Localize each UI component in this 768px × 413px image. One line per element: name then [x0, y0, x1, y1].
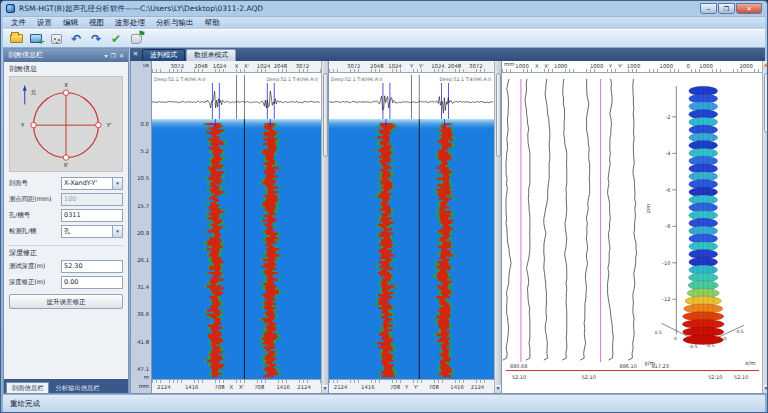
sidebar-header: 剖面信息栏 ▾ ❐ ✕	[4, 49, 128, 62]
radius-tick-label: 708	[254, 385, 264, 390]
app-icon	[6, 4, 15, 13]
panel-close-icon[interactable]: ✕	[119, 53, 124, 59]
open-file-button[interactable]	[7, 31, 25, 47]
field-label: 测试深度(m)	[9, 263, 61, 269]
compass-top-label: X	[64, 82, 68, 88]
menu-item[interactable]: 视图	[84, 18, 109, 28]
undo-button[interactable]: ↶	[67, 31, 85, 47]
scroll-down-button[interactable]: ▼	[322, 385, 328, 393]
wave-info-right: Deep:52.1 T:4096 A:0	[266, 77, 318, 82]
section-compass-diagram: 北 X X' Y Y'	[9, 76, 123, 172]
statusbar: 重绘完成	[3, 394, 765, 412]
analysis-tick-label: 0	[686, 64, 689, 69]
sampling-settings-button[interactable]	[47, 31, 65, 47]
analysis-tick-label: 1000	[515, 64, 528, 69]
time-tick-label: X	[235, 64, 239, 69]
scrollbar-thumb[interactable]	[496, 73, 501, 157]
radius-tick-label: 708	[390, 385, 400, 390]
field-value: 52.30	[64, 263, 83, 270]
form-row: 检测孔/槽孔▾	[9, 225, 123, 238]
menu-item[interactable]: 文件	[6, 18, 31, 28]
menu-item[interactable]: 分析与输出	[151, 18, 199, 28]
field-input: 100	[61, 193, 123, 206]
wave-info-left: Deep:52.1 T:4096 A:0	[331, 77, 383, 82]
depth-tick-label: 0.0	[141, 122, 149, 127]
close-button[interactable]: ✕	[736, 3, 762, 14]
field-select[interactable]: 孔▾	[61, 225, 123, 238]
panel-top-axis: 307220481024XX'102420483072	[152, 61, 321, 73]
vertical-scrollbar[interactable]: ▼	[494, 61, 501, 393]
time-tick-label: X'	[244, 64, 249, 69]
analysis-body: 880.68886.10917.2352.1052.1052.1052.10-2…	[502, 73, 762, 393]
depth-tick-label: 41.8	[137, 340, 149, 345]
waterfall-svg	[152, 119, 321, 379]
sidebar-tab-active[interactable]: 剖面信息栏	[6, 382, 49, 393]
time-tick-label: 1024	[388, 64, 401, 69]
mark-flag-button-icon	[131, 34, 142, 44]
redo-button[interactable]: ↷	[87, 31, 105, 47]
scroll-down-button[interactable]: ▼	[495, 385, 501, 393]
radius-tick-label: 1416	[185, 385, 198, 390]
field-value: 孔	[64, 228, 71, 235]
analysis-tick-label: 1000	[627, 64, 640, 69]
chevron-down-icon[interactable]: ▾	[112, 226, 122, 237]
vertical-scrollbar[interactable]: ▼	[321, 61, 328, 393]
field-value: 0311	[64, 212, 81, 219]
chevron-down-icon[interactable]: ▾	[112, 178, 122, 189]
mark-flag-button[interactable]	[127, 31, 145, 47]
menu-item[interactable]: 波形处理	[110, 18, 150, 28]
panel-menu-icon[interactable]: ▾	[105, 53, 108, 59]
section-info-sidebar: 剖面信息栏 ▾ ❐ ✕ 剖面信息 北	[3, 48, 129, 394]
wave-info-left: Deep:52.1 T:4096 A:0	[154, 77, 206, 82]
radius-tick-label: 1416	[361, 385, 374, 390]
radius-tick-label: 708	[429, 385, 439, 390]
menu-item[interactable]: 设置	[32, 18, 57, 28]
analysis-tick-label: X'	[544, 64, 549, 69]
scrollbar-thumb[interactable]	[323, 73, 328, 157]
depth-tick-label: 10.5	[137, 176, 149, 181]
depth-tick-label: 31.4	[137, 285, 149, 290]
z-tick-label: -12	[662, 296, 670, 302]
scrollbar-thumb[interactable]	[764, 73, 768, 133]
vertical-scrollbar[interactable]: ▲▼	[762, 61, 768, 393]
undo-button-icon: ↶	[71, 33, 81, 45]
doc-tab-inactive[interactable]: 数据表模式	[186, 49, 236, 61]
field-input[interactable]: 52.30	[61, 260, 123, 273]
sidebar-bottom-tabs: 剖面信息栏分析输出信息栏	[4, 379, 128, 393]
device-connect-button[interactable]	[27, 31, 45, 47]
depth-tick-label: 15.7	[137, 204, 149, 209]
analysis-unit-label: mm	[504, 62, 514, 67]
menu-item[interactable]: 帮助	[200, 18, 225, 28]
field-input[interactable]: 0311	[61, 209, 123, 222]
depth-tick-label: 20.9	[137, 231, 149, 236]
field-label: 检测孔/槽	[9, 228, 61, 234]
analysis-tick-label: 2000	[739, 64, 752, 69]
waveform-panel-Y: 307220481024YY'102420483072Deep:52.1 T:4…	[328, 61, 494, 393]
field-label: 测点间距(mm)	[9, 196, 61, 202]
waveform-panel-X: 307220481024XX'102420483072Deep:52.1 T:4…	[151, 61, 321, 393]
lift-error-correction-button[interactable]: 提升误差修正	[9, 294, 123, 309]
panel-bottom-axis: 21241416708YY'70814162124	[329, 379, 494, 393]
open-file-button-icon	[10, 34, 23, 43]
field-input[interactable]: 0.00	[61, 276, 123, 289]
panel-float-icon[interactable]: ❐	[111, 53, 116, 59]
doc-tab-active[interactable]: 波列模式	[142, 49, 185, 61]
scroll-down-button[interactable]: ▼	[763, 385, 768, 393]
time-tick-label: 1024	[257, 64, 270, 69]
depth-tick-label: 5.2	[141, 149, 149, 154]
compass-bottom-label: X'	[63, 162, 68, 168]
scroll-up-button[interactable]: ▲	[763, 61, 768, 69]
minimize-button[interactable]: ‒	[700, 3, 717, 14]
menu-item[interactable]: 编辑	[58, 18, 83, 28]
maximize-button[interactable]: ❐	[718, 3, 735, 14]
confirm-button[interactable]: ✔	[107, 31, 125, 47]
field-label: 剖面号	[9, 180, 61, 186]
radius-tick-label: Y'	[414, 385, 419, 390]
time-tick-label: 3072	[347, 64, 360, 69]
close-document-icon[interactable]: ✕	[130, 51, 141, 58]
depth-axis-gutter: us0.05.210.515.720.926.131.436.641.847.1…	[131, 61, 151, 393]
sidebar-tab-inactive[interactable]: 分析输出信息栏	[50, 383, 104, 393]
field-select[interactable]: X-XandY-Y'▾	[61, 177, 123, 190]
sidebar-title: 剖面信息栏	[8, 52, 43, 59]
north-label: 北	[30, 89, 37, 96]
